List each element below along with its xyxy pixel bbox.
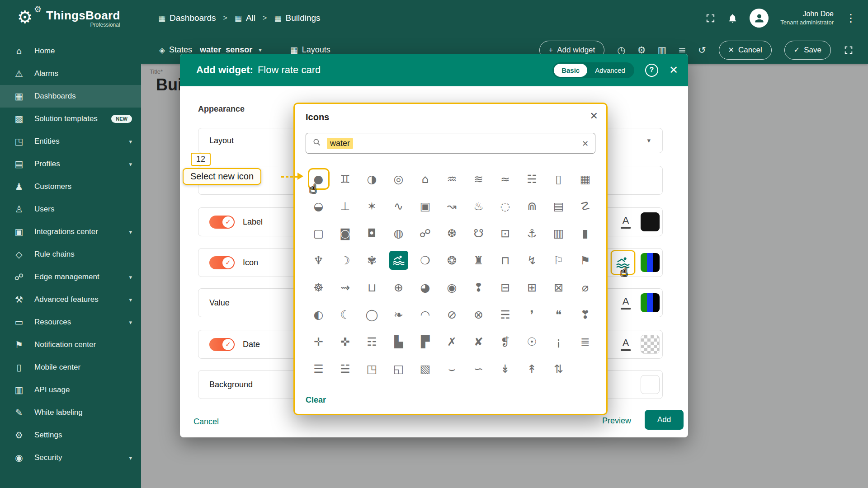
icon-water-image[interactable]: ▧ [412, 355, 439, 382]
icon-flood[interactable]: ☵ [519, 165, 545, 192]
icon-directions-boat[interactable]: ♆ [305, 247, 332, 274]
sidebar-item-api-usage[interactable]: ▥API usage [0, 379, 141, 401]
sidebar-item-solution-templates[interactable]: ▩Solution templatesNEW [0, 108, 141, 130]
icon-water-arc[interactable]: ◠ [412, 301, 439, 328]
sidebar-item-profiles[interactable]: ▤Profiles▾ [0, 153, 141, 175]
icon-water-pump[interactable]: ⊟ [492, 274, 519, 301]
icon-whirlpool[interactable]: ◍ [385, 220, 412, 247]
sidebar-item-dashboards[interactable]: ▦Dashboards [0, 85, 141, 108]
icon-waves[interactable]: ≋ [465, 165, 492, 192]
modal-preview-button[interactable]: Preview [602, 416, 631, 426]
dashboard-save-button[interactable]: ✓ Save [784, 41, 831, 60]
icon-water-contrast[interactable]: ◑ [359, 165, 385, 192]
sidebar-item-advanced-features[interactable]: ⚒Advanced features▾ [0, 288, 141, 311]
icon-water-ski[interactable]: ⚑ [572, 247, 599, 274]
basic-tab[interactable]: Basic [554, 64, 587, 77]
fullscreen-icon[interactable] [705, 13, 716, 23]
icon-water-sun[interactable]: ☉ [519, 328, 545, 355]
state-select[interactable]: water_sensor [200, 45, 252, 55]
icon-wave-smooth[interactable]: ∽ [465, 355, 492, 382]
sidebar-item-alarms[interactable]: ⚠Alarms [0, 62, 141, 85]
clear-selection-button[interactable]: Clear [306, 395, 326, 405]
dashboard-cancel-button[interactable]: ✕ Cancel [719, 41, 772, 60]
icon-water-flame[interactable]: ❡ [492, 328, 519, 355]
icon-waterfall-chart[interactable]: ✶ [359, 192, 385, 220]
icon-water-level-down[interactable]: ↡ [492, 355, 519, 382]
icon-water-surface[interactable]: ☶ [359, 328, 385, 355]
icon-water-bottle[interactable]: ▯ [545, 165, 572, 192]
icon-fire-truck[interactable]: ⊔ [359, 274, 385, 301]
help-icon[interactable]: ? [645, 64, 658, 77]
icon-water-up[interactable]: ◒ [305, 192, 332, 220]
icon-no-water-pump[interactable]: ⌀ [572, 274, 599, 301]
icon-search-input[interactable]: water ✕ [306, 133, 595, 154]
icon-bridge[interactable]: ♜ [465, 247, 492, 274]
icon-water-add-outline[interactable]: ✜ [332, 328, 359, 355]
chevron-down-icon[interactable]: ▾ [647, 136, 651, 145]
sidebar-item-customers[interactable]: ♟Customers [0, 175, 141, 198]
icon-water-orb[interactable]: ◯ [359, 301, 385, 328]
icon-wave-low[interactable]: ⌣ [439, 355, 465, 382]
icon-water-level-full[interactable]: ⇅ [545, 355, 572, 382]
sidebar-item-white-labeling[interactable]: ✎White labeling [0, 401, 141, 424]
icons-dialog-close-icon[interactable]: ✕ [590, 110, 598, 122]
icon-water-loss[interactable]: ◐ [305, 301, 332, 328]
icon-flood-off[interactable]: ▛ [412, 328, 439, 355]
icon-water-splash[interactable]: ❂ [439, 247, 465, 274]
notifications-bell-icon[interactable] [727, 13, 738, 23]
icon-water-leaf[interactable]: ❧ [385, 301, 412, 328]
icon-moisture[interactable]: ☴ [492, 301, 519, 328]
icon-water[interactable]: ≈ [492, 165, 519, 192]
icon-water-dam[interactable]: ≣ [572, 328, 599, 355]
icon-water-opacity[interactable]: ◎ [385, 165, 412, 192]
icon-water-drops[interactable]: ❝ [545, 301, 572, 328]
label-color-swatch[interactable] [641, 212, 660, 231]
sidebar-item-home[interactable]: ⌂Home [0, 40, 141, 62]
icon-water-thermo[interactable]: ☋ [465, 220, 492, 247]
sidebar-item-notification-center[interactable]: ⚑Notification center [0, 333, 141, 356]
icon-water-access[interactable]: ♊ [332, 165, 359, 192]
sidebar-item-users[interactable]: ♙Users [0, 198, 141, 221]
icon-surfing[interactable]: ↝ [439, 192, 465, 220]
version-history-icon[interactable]: ↺ [698, 45, 706, 56]
icon-humidity-alert[interactable]: ❢ [465, 274, 492, 301]
icon-house-flood[interactable]: ⋒ [519, 192, 545, 220]
breadcrumb-item-dashboards[interactable]: ▦Dashboards [158, 13, 216, 23]
icon-water-polo[interactable]: ❍ [412, 247, 439, 274]
advanced-tab[interactable]: Advanced [587, 64, 633, 77]
date-toggle[interactable]: ✓ [209, 338, 235, 351]
label-font-color-button[interactable]: A [616, 211, 635, 233]
icon-water-off[interactable]: ◌ [492, 192, 519, 220]
icon-water-analytics[interactable]: ▥ [545, 220, 572, 247]
icon-water-drop-dark[interactable]: ◕ [412, 274, 439, 301]
sidebar-item-edge-management[interactable]: ☍Edge management▾ [0, 266, 141, 288]
date-color-swatch[interactable] [641, 335, 660, 354]
label-toggle[interactable]: ✓ [209, 216, 235, 229]
toolbar-fullscreen-icon[interactable] [844, 45, 854, 55]
icon-nordic-walking[interactable]: ⊥ [332, 192, 359, 220]
icon-wave-swim[interactable]: ❆ [439, 220, 465, 247]
icon-water-photo[interactable]: ▦ [572, 165, 599, 192]
icon-water-cup[interactable]: ◳ [359, 355, 385, 382]
sidebar-item-security[interactable]: ◉Security▾ [0, 446, 141, 469]
icon-water-jug[interactable]: ◘ [359, 220, 385, 247]
icon-water-park[interactable]: ✾ [359, 247, 385, 274]
icon-water-remove-outline[interactable]: ✘ [465, 328, 492, 355]
icon-dam[interactable]: ☰ [305, 355, 332, 382]
icon-water-frame[interactable]: ▢ [305, 220, 332, 247]
icon-water-lock[interactable]: ⊡ [492, 220, 519, 247]
icon-water-pump-meter[interactable]: ⊞ [519, 274, 545, 301]
icon-water-cross[interactable]: ⊗ [465, 301, 492, 328]
sidebar-item-rule-chains[interactable]: ◇Rule chains [0, 243, 141, 266]
icon-shower-off[interactable]: ◙ [332, 220, 359, 247]
icon-flood-house[interactable]: ☍ [412, 220, 439, 247]
sidebar-item-settings[interactable]: ⚙Settings [0, 424, 141, 446]
sidebar-item-entities[interactable]: ◳Entities▾ [0, 130, 141, 153]
sidebar-item-mobile-center[interactable]: ▯Mobile center [0, 356, 141, 379]
icon-water-exclaim[interactable]: ¡ [545, 328, 572, 355]
icon-water-dock[interactable]: ☱ [332, 355, 359, 382]
icon-ship-wheel[interactable]: ☸ [305, 274, 332, 301]
icon-water-meter[interactable]: ▣ [412, 192, 439, 220]
value-font-color-button[interactable]: A [616, 292, 635, 314]
icon-water-heater[interactable]: ▤ [545, 192, 572, 220]
